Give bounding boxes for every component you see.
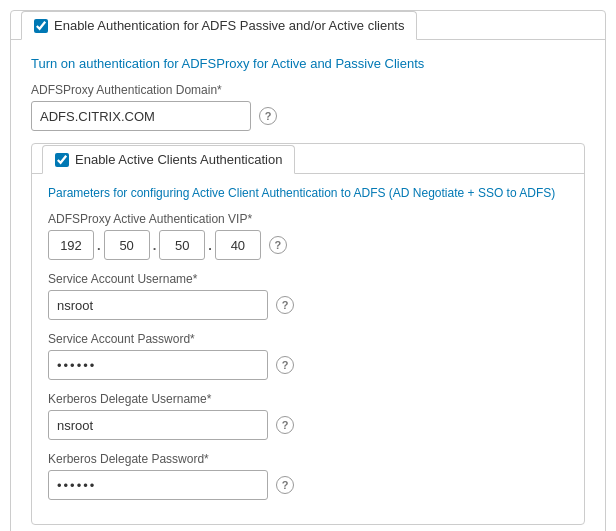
service-username-field-group: Service Account Username* ?	[48, 272, 568, 320]
vip-help-icon[interactable]: ?	[269, 236, 287, 254]
inner-card: Enable Active Clients Authentication Par…	[31, 143, 585, 525]
vip-octet-1[interactable]	[48, 230, 94, 260]
kerberos-username-field-group: Kerberos Delegate Username* ?	[48, 392, 568, 440]
kerberos-username-label: Kerberos Delegate Username*	[48, 392, 568, 406]
service-password-row: ?	[48, 350, 568, 380]
auth-domain-row: ?	[31, 101, 585, 131]
auth-domain-help-icon[interactable]: ?	[259, 107, 277, 125]
kerberos-username-row: ?	[48, 410, 568, 440]
outer-card: Enable Authentication for ADFS Passive a…	[10, 10, 606, 531]
outer-tab-label: Enable Authentication for ADFS Passive a…	[54, 18, 404, 33]
outer-description: Turn on authentication for ADFSProxy for…	[31, 56, 585, 71]
inner-checkbox[interactable]	[55, 153, 69, 167]
kerberos-password-field-group: Kerberos Delegate Password* ?	[48, 452, 568, 500]
vip-dot-2: .	[153, 238, 157, 253]
service-username-row: ?	[48, 290, 568, 320]
outer-checkbox[interactable]	[34, 19, 48, 33]
auth-domain-label: ADFSProxy Authentication Domain*	[31, 83, 585, 97]
service-password-label: Service Account Password*	[48, 332, 568, 346]
service-username-label: Service Account Username*	[48, 272, 568, 286]
auth-domain-field-group: ADFSProxy Authentication Domain* ?	[31, 83, 585, 131]
outer-tab[interactable]: Enable Authentication for ADFS Passive a…	[21, 11, 417, 40]
inner-description: Parameters for configuring Active Client…	[48, 186, 568, 200]
inner-card-body: Parameters for configuring Active Client…	[32, 173, 584, 524]
service-password-field-group: Service Account Password* ?	[48, 332, 568, 380]
vip-octet-3[interactable]	[159, 230, 205, 260]
service-username-help-icon[interactable]: ?	[276, 296, 294, 314]
kerberos-username-help-icon[interactable]: ?	[276, 416, 294, 434]
inner-tab-label: Enable Active Clients Authentication	[75, 152, 282, 167]
vip-row: . . . ?	[48, 230, 568, 260]
kerberos-password-input[interactable]	[48, 470, 268, 500]
vip-label: ADFSProxy Active Authentication VIP*	[48, 212, 568, 226]
vip-octet-2[interactable]	[104, 230, 150, 260]
service-password-help-icon[interactable]: ?	[276, 356, 294, 374]
vip-dot-3: .	[208, 238, 212, 253]
outer-card-body: Turn on authentication for ADFSProxy for…	[11, 39, 605, 531]
kerberos-username-input[interactable]	[48, 410, 268, 440]
vip-input-group: . . .	[48, 230, 261, 260]
vip-octet-4[interactable]	[215, 230, 261, 260]
auth-domain-input[interactable]	[31, 101, 251, 131]
kerberos-password-help-icon[interactable]: ?	[276, 476, 294, 494]
vip-dot-1: .	[97, 238, 101, 253]
service-password-input[interactable]	[48, 350, 268, 380]
vip-field-group: ADFSProxy Active Authentication VIP* . .…	[48, 212, 568, 260]
kerberos-password-label: Kerberos Delegate Password*	[48, 452, 568, 466]
inner-tab[interactable]: Enable Active Clients Authentication	[42, 145, 295, 174]
service-username-input[interactable]	[48, 290, 268, 320]
kerberos-password-row: ?	[48, 470, 568, 500]
